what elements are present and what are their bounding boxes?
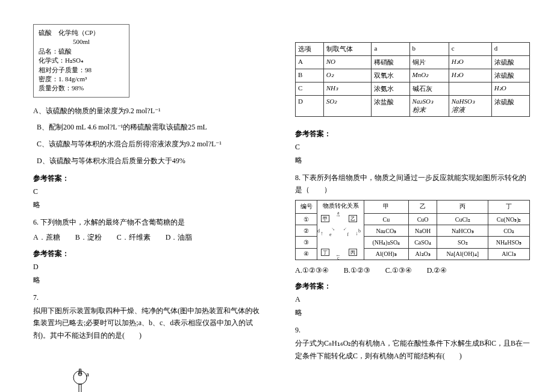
td: SO₂ bbox=[437, 237, 488, 248]
td: Al(OH)₃ bbox=[364, 248, 409, 260]
q6-option-c: C．纤维素 bbox=[117, 232, 151, 243]
th-diagram: 物质转化关系 甲 乙 丁 丙 → a → b ← c → d → e ← bbox=[317, 200, 364, 260]
th: 甲 bbox=[364, 200, 409, 213]
lbl-c: c bbox=[337, 255, 340, 261]
td: Cu bbox=[364, 214, 409, 225]
label-line: 化学式：H₂SO₄ bbox=[39, 56, 124, 65]
td: D bbox=[296, 96, 324, 117]
label-line: 硫酸 化学纯（CP） bbox=[39, 28, 124, 37]
td: CuCl₂ bbox=[437, 214, 488, 225]
table-row: B O₂ 双氧水 MnO₂ H₂O 浓硫酸 bbox=[296, 69, 530, 82]
td: ③ bbox=[296, 237, 317, 248]
td bbox=[449, 82, 491, 96]
td: H₂O bbox=[449, 69, 491, 82]
td: NH₃ bbox=[323, 82, 372, 96]
td: NaHSO₃ 溶液 bbox=[449, 96, 491, 117]
table-row: D SO₂ 浓盐酸 Na₂SO₃ 粉末 NaHSO₃ 溶液 浓硫酸 bbox=[296, 96, 530, 117]
th-gas: 制取气体 bbox=[323, 43, 372, 56]
td: CaSO₄ bbox=[408, 237, 437, 248]
q7-number: 7. bbox=[33, 291, 262, 303]
label-line: 品名：硫酸 bbox=[39, 47, 124, 56]
td: 浓氨水 bbox=[372, 82, 409, 96]
right-column: 选项 制取气体 a b c d A NO 稀硝酸 铜片 H₂O 浓硫酸 B O₂… bbox=[295, 42, 530, 366]
diagram-title: 物质转化关系 bbox=[319, 202, 363, 210]
answer-heading: 参考答案： bbox=[295, 129, 530, 139]
q6-option-d: D．油脂 bbox=[166, 232, 193, 243]
q6-options: A．蔗糖 B．淀粉 C．纤维素 D．油脂 bbox=[33, 232, 262, 243]
th-d: d bbox=[491, 43, 529, 56]
td: C bbox=[296, 82, 324, 96]
q9-number: 9. bbox=[295, 324, 530, 336]
q6-option-a: A．蔗糖 bbox=[33, 232, 60, 243]
td: NO bbox=[323, 56, 372, 69]
answer-heading: 参考答案： bbox=[33, 249, 262, 259]
th-option: 选项 bbox=[296, 43, 324, 56]
th: 编号 bbox=[296, 200, 317, 213]
table-row: A NO 稀硝酸 铜片 H₂O 浓硫酸 bbox=[296, 56, 530, 69]
td: ② bbox=[296, 225, 317, 237]
td: Na[Al(OH)₄] bbox=[437, 248, 488, 260]
td: 双氧水 bbox=[372, 69, 409, 82]
q6-option-b: B．淀粉 bbox=[75, 232, 102, 243]
label-line: 相对分子质量：98 bbox=[39, 66, 124, 75]
q5-answer: C bbox=[33, 187, 262, 196]
q8-text: 8. 下表所列各组物质中，物质之间通过一步反应就能实现如图所示转化的是（ ） bbox=[295, 172, 530, 196]
table-row: C NH₃ 浓氨水 碱石灰 H₂O bbox=[296, 82, 530, 96]
q7-skip: 略 bbox=[295, 155, 530, 166]
td: 铜片 bbox=[409, 56, 449, 69]
td: Al₂O₃ bbox=[408, 248, 437, 260]
th: 乙 bbox=[408, 200, 437, 213]
q6-skip: 略 bbox=[33, 275, 262, 285]
td: A bbox=[296, 56, 324, 69]
left-column: 硫酸 化学纯（CP） 500ml 品名：硫酸 化学式：H₂SO₄ 相对分子质量：… bbox=[33, 24, 262, 392]
q8-options: A.①②③④ B.①②③ C.①③④ D.②④ bbox=[295, 266, 530, 275]
td: SO₂ bbox=[323, 96, 372, 117]
q8-option-b: B.①②③ bbox=[344, 266, 370, 275]
q6-text: 6. 下列物质中，水解的最终产物不含葡萄糖的是 bbox=[33, 216, 262, 228]
svg-rect-4 bbox=[79, 384, 81, 392]
table-header-row: 选项 制取气体 a b c d bbox=[296, 43, 530, 56]
label-line: 500ml bbox=[39, 37, 124, 46]
apparatus-diagram: a b c d bbox=[33, 352, 208, 392]
td: 浓硫酸 bbox=[491, 56, 529, 69]
td: Cu(NO₃)₂ bbox=[488, 214, 530, 225]
td: (NH₄)₂SO₄ bbox=[364, 237, 409, 248]
q9-text: 分子式为C₈H₁₆O₂的有机物A，它能在酸性条件下水解生成B和C，且B在一定条件… bbox=[295, 337, 530, 362]
box-jia: 甲 bbox=[321, 215, 329, 222]
label-line: 质量分数：98% bbox=[39, 84, 124, 93]
q5-option-a: A、该硫酸的物质的量浓度为9.2 mol?L⁻¹ bbox=[33, 105, 262, 118]
th-c: c bbox=[449, 43, 491, 56]
q5-skip: 略 bbox=[33, 200, 262, 210]
td: NaOH bbox=[408, 225, 437, 237]
td: CuO bbox=[408, 214, 437, 225]
td: ① bbox=[296, 214, 317, 225]
td: Na₂CO₃ bbox=[364, 225, 409, 237]
gas-table: 选项 制取气体 a b c d A NO 稀硝酸 铜片 H₂O 浓硫酸 B O₂… bbox=[295, 42, 530, 117]
table-header-row: 编号 物质转化关系 甲 乙 丁 丙 → a → b ← c → d → bbox=[296, 200, 530, 213]
th-b: b bbox=[409, 43, 449, 56]
transform-diagram: 甲 乙 丁 丙 → a → b ← c → d → e ← f bbox=[317, 211, 361, 260]
q5-option-c: C、该硫酸与等体积的水混合后所得溶液浓度为9.2 mol?L⁻¹ bbox=[37, 138, 262, 151]
label-line: 密度：1. 84g/cm³ bbox=[39, 75, 124, 84]
q8-option-d: D.②④ bbox=[427, 266, 447, 275]
td: 碱石灰 bbox=[409, 82, 449, 96]
label-a: a bbox=[86, 370, 89, 378]
td: O₂ bbox=[323, 69, 372, 82]
answer-heading: 参考答案： bbox=[33, 173, 262, 184]
td: 稀硝酸 bbox=[372, 56, 409, 69]
td: NaHCO₃ bbox=[437, 225, 488, 237]
q8-option-a: A.①②③④ bbox=[295, 266, 329, 275]
th-a: a bbox=[372, 43, 409, 56]
th: 丁 bbox=[488, 200, 530, 213]
box-yi: 乙 bbox=[349, 215, 357, 222]
td: H₂O bbox=[491, 82, 529, 96]
q5-option-b: B、配制200 mL 4.6 mol?L⁻¹的稀硫酸需取该硫酸25 mL bbox=[37, 121, 262, 134]
th: 丙 bbox=[437, 200, 488, 213]
box-ding: 丁 bbox=[321, 249, 329, 256]
td: 浓硫酸 bbox=[491, 96, 529, 117]
td: Na₂SO₃ 粉末 bbox=[409, 96, 449, 117]
answer-heading: 参考答案： bbox=[295, 281, 530, 291]
td: CO₂ bbox=[488, 225, 530, 237]
td: NH₄HSO₃ bbox=[488, 237, 530, 248]
lbl-b: b bbox=[358, 228, 361, 234]
